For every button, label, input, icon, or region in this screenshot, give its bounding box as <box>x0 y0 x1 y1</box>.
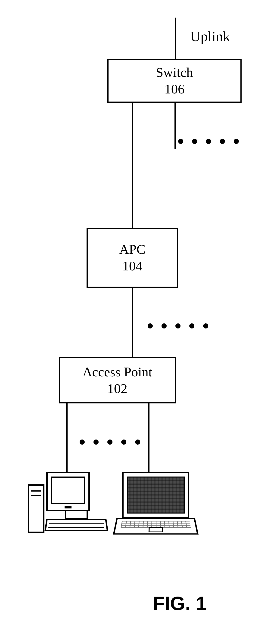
ap-ref: 102 <box>107 380 128 397</box>
line-ap-client-2 <box>148 404 150 472</box>
switch-name: Switch <box>156 64 193 81</box>
apc-box: APC 104 <box>86 228 178 288</box>
switch-box: Switch 106 <box>107 59 242 103</box>
figure-caption: FIG. 1 <box>153 592 207 614</box>
apc-name: APC <box>120 241 146 258</box>
switch-ref: 106 <box>164 81 185 98</box>
ellipsis-switch-ports <box>178 139 239 144</box>
line-uplink <box>175 18 176 59</box>
figure-canvas: Uplink Switch 106 APC 104 Access Point 1… <box>0 0 280 644</box>
line-apc-to-ap <box>132 288 133 357</box>
access-point-box: Access Point 102 <box>59 357 176 404</box>
apc-ref: 104 <box>122 258 142 274</box>
uplink-label: Uplink <box>190 28 230 45</box>
line-ap-client-1 <box>66 404 68 472</box>
line-switch-port-1 <box>132 103 133 228</box>
ellipsis-apc-ports <box>148 324 208 328</box>
ap-name: Access Point <box>82 364 152 380</box>
laptop-icon <box>122 472 195 540</box>
desktop-pc-icon <box>28 472 106 533</box>
line-switch-port-2 <box>174 103 176 149</box>
ellipsis-ap-clients <box>80 440 140 444</box>
